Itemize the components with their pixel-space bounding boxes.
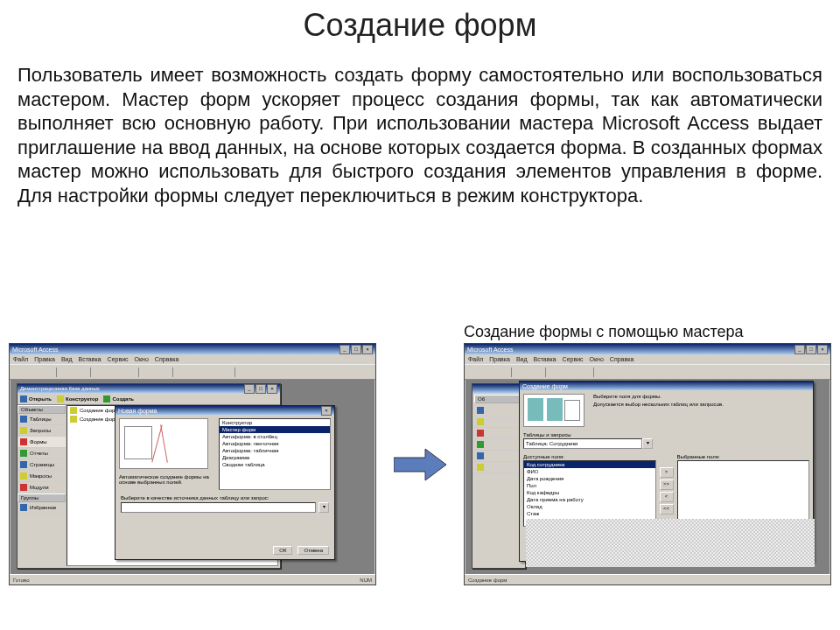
tool-btn[interactable] bbox=[177, 367, 189, 378]
sidebar-tables[interactable]: Таблицы bbox=[18, 414, 66, 425]
tool-btn[interactable] bbox=[481, 367, 494, 378]
field-item[interactable]: Код сотрудника bbox=[524, 461, 655, 468]
sidebar-pages[interactable]: Страницы bbox=[18, 459, 66, 471]
tool-btn[interactable] bbox=[12, 367, 24, 378]
menu-window[interactable]: Окно bbox=[590, 356, 604, 362]
menu-help[interactable]: Справка bbox=[155, 356, 178, 362]
menu-file[interactable]: Файл bbox=[13, 356, 28, 362]
svg-marker-0 bbox=[394, 449, 446, 480]
chevron-down-icon[interactable]: ▾ bbox=[318, 502, 329, 513]
menu-tools[interactable]: Сервис bbox=[108, 356, 129, 362]
ok-button[interactable]: ОК bbox=[273, 546, 292, 555]
sidebar-forms[interactable]: Формы bbox=[18, 437, 66, 448]
sidebar-macros[interactable]: Макросы bbox=[18, 471, 66, 482]
table-combo[interactable]: Таблица: Сотрудники bbox=[523, 438, 642, 449]
tool-btn[interactable] bbox=[467, 367, 480, 378]
design-button[interactable]: Конструктор bbox=[57, 396, 98, 402]
menu-help[interactable]: Справка bbox=[610, 356, 634, 362]
field-item[interactable]: ФИО bbox=[524, 468, 655, 475]
sidebar-favorites[interactable]: Избранное bbox=[18, 502, 66, 514]
menu-edit[interactable]: Правка bbox=[489, 356, 510, 362]
add-one-button[interactable]: > bbox=[660, 467, 674, 478]
wizard-illustration-icon bbox=[119, 418, 208, 469]
statusbar: Готово NUM bbox=[10, 574, 375, 584]
menu-view[interactable]: Вид bbox=[516, 356, 528, 362]
available-fields-list[interactable]: Код сотрудника ФИО Дата рождения Пол Код… bbox=[523, 460, 656, 527]
menu-insert[interactable]: Вставка bbox=[79, 356, 102, 362]
source-combo[interactable] bbox=[121, 502, 316, 513]
option-chart[interactable]: Диаграмма bbox=[220, 454, 330, 461]
remove-one-button[interactable]: < bbox=[660, 492, 674, 502]
sidebar-queries[interactable]: Запросы bbox=[18, 425, 66, 437]
field-item[interactable]: Код кафедры bbox=[524, 489, 655, 496]
option-wizard[interactable]: Мастер форм bbox=[220, 426, 330, 433]
option-autotab[interactable]: Автоформа: табличная bbox=[220, 447, 330, 454]
dlg-title: Создание форм bbox=[522, 383, 568, 389]
sidebar-reports[interactable]: Отчеты bbox=[18, 448, 66, 459]
status-right: NUM bbox=[360, 578, 372, 583]
arrow-icon bbox=[394, 447, 446, 482]
form-type-list[interactable]: Конструктор Мастер форм Автоформа: в сто… bbox=[219, 418, 331, 490]
menu-insert[interactable]: Вставка bbox=[534, 356, 556, 362]
field-item[interactable]: Пол bbox=[524, 482, 655, 489]
tool-btn[interactable] bbox=[122, 367, 135, 378]
tool-btn[interactable] bbox=[515, 367, 528, 378]
figure-caption: Создание формы с помощью мастера bbox=[464, 323, 744, 341]
field-item[interactable]: Стаж bbox=[524, 510, 655, 517]
menu-view[interactable]: Вид bbox=[61, 356, 73, 362]
field-item[interactable]: Оклад bbox=[524, 503, 655, 510]
menu-file[interactable]: Файл bbox=[468, 356, 483, 362]
tool-btn[interactable] bbox=[40, 367, 52, 378]
option-pivot[interactable]: Сводная таблица bbox=[220, 461, 330, 468]
tool-btn[interactable] bbox=[626, 367, 638, 378]
chevron-down-icon[interactable]: ▾ bbox=[642, 438, 653, 449]
field-item[interactable]: Дата рождения bbox=[524, 475, 655, 482]
remove-all-button[interactable]: << bbox=[660, 504, 674, 514]
dlg-titlebar: Создание форм bbox=[520, 382, 813, 390]
tool-btn[interactable] bbox=[550, 367, 562, 378]
close-button[interactable]: × bbox=[321, 406, 332, 416]
tool-btn[interactable] bbox=[495, 367, 508, 378]
sidebar-modules[interactable]: Модули bbox=[18, 482, 66, 494]
tool-btn[interactable] bbox=[578, 367, 590, 378]
access-window-2: Microsoft Access _□× Файл Правка Вид Вст… bbox=[464, 343, 831, 585]
window-buttons[interactable]: _□× bbox=[244, 384, 277, 394]
tool-btn[interactable] bbox=[191, 367, 203, 378]
tool-btn[interactable] bbox=[564, 367, 576, 378]
option-autorib[interactable]: Автоформа: ленточная bbox=[220, 440, 330, 447]
tool-btn[interactable] bbox=[74, 367, 87, 378]
menubar[interactable]: Файл Правка Вид Вставка Сервис Окно Спра… bbox=[10, 354, 375, 364]
cancel-button[interactable]: Отмена bbox=[298, 546, 329, 555]
field-item[interactable]: Дата приема на работу bbox=[524, 496, 655, 503]
tool-btn[interactable] bbox=[529, 367, 542, 378]
open-button[interactable]: Открыть bbox=[20, 396, 52, 402]
menu-tools[interactable]: Сервис bbox=[563, 356, 584, 362]
tool-btn[interactable] bbox=[253, 367, 265, 378]
selected-fields-list[interactable] bbox=[677, 460, 810, 527]
menu-window[interactable]: Окно bbox=[135, 356, 149, 362]
add-all-button[interactable]: >> bbox=[660, 480, 674, 490]
option-autocol[interactable]: Автоформа: в столбец bbox=[220, 433, 330, 440]
tool-btn[interactable] bbox=[219, 367, 231, 378]
tool-btn[interactable] bbox=[205, 367, 217, 378]
tool-btn[interactable] bbox=[598, 367, 610, 378]
tool-btn[interactable] bbox=[143, 367, 155, 378]
tool-btn[interactable] bbox=[157, 367, 169, 378]
window-buttons[interactable]: _□× bbox=[794, 345, 828, 354]
window-buttons[interactable]: _□× bbox=[340, 345, 373, 354]
mover-buttons: > >> < << bbox=[660, 467, 674, 514]
tool-btn[interactable] bbox=[60, 367, 73, 378]
menubar[interactable]: Файл Правка Вид Вставка Сервис Окно Спра… bbox=[465, 354, 830, 364]
new-button[interactable]: Создать bbox=[103, 396, 134, 402]
option-constructor[interactable]: Конструктор bbox=[220, 419, 330, 426]
tool-btn[interactable] bbox=[26, 367, 38, 378]
db-title: Демонстрационная база данных bbox=[20, 386, 100, 391]
objects-header: Объекты bbox=[18, 405, 66, 414]
tool-btn[interactable] bbox=[612, 367, 624, 378]
menu-edit[interactable]: Правка bbox=[34, 356, 55, 362]
tool-btn[interactable] bbox=[94, 367, 107, 378]
database-window-back: Об bbox=[472, 383, 526, 569]
status-left: Готово bbox=[13, 578, 30, 583]
tool-btn[interactable] bbox=[239, 367, 251, 378]
tool-btn[interactable] bbox=[108, 367, 121, 378]
